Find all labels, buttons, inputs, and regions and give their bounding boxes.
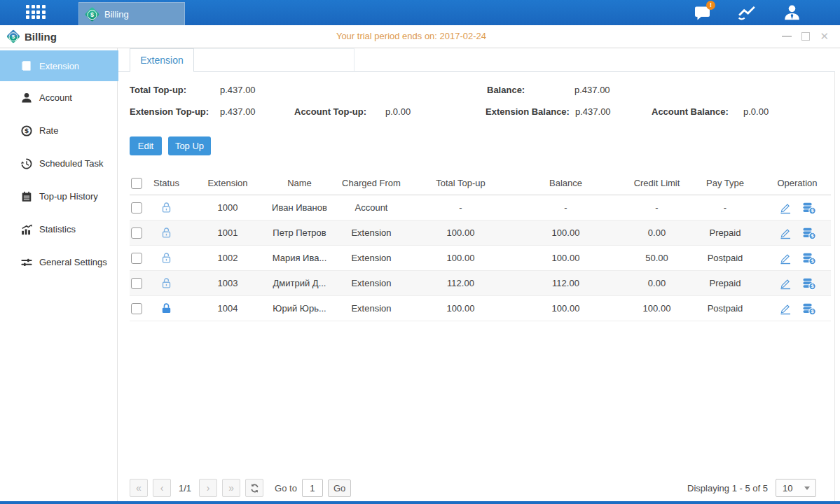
sidebar-item-label: Top-up History	[39, 191, 98, 202]
rate-icon: $	[20, 125, 33, 137]
sidebar-item-scheduled-task[interactable]: Scheduled Task	[0, 147, 117, 180]
page-size-select[interactable]: 10	[776, 479, 816, 497]
status-cell	[151, 302, 182, 315]
first-page-button[interactable]: «	[130, 479, 148, 497]
row-checkbox-cell	[130, 227, 151, 239]
edit-icon[interactable]	[778, 276, 792, 290]
sidebar-item-label: Scheduled Task	[39, 158, 104, 169]
row-checkbox[interactable]	[131, 202, 142, 214]
operation-cell: $	[764, 226, 831, 240]
pagination: « ‹ 1/1 › » Go to Go	[130, 479, 351, 497]
cell-charged_from: Extension	[326, 278, 417, 288]
top-up-button[interactable]: Top Up	[168, 136, 211, 155]
trial-notice: Your trial period ends on: 2017-02-24	[0, 25, 822, 48]
svg-text:$: $	[811, 233, 814, 239]
cell-balance: 100.00	[504, 253, 627, 263]
sidebar-item-rate[interactable]: $Rate	[0, 114, 117, 147]
cell-total_top_up: -	[417, 202, 504, 213]
cell-pay_type: Prepaid	[687, 278, 764, 288]
taskbar-tab-billing[interactable]: $ Billing	[78, 2, 185, 25]
cell-total_top_up: 112.00	[417, 278, 504, 288]
status-cell	[151, 201, 182, 214]
operation-cell: $	[764, 251, 831, 265]
taskbar-tab-label: Billing	[104, 9, 129, 20]
edit-icon[interactable]	[778, 251, 792, 265]
sidebar-item-account[interactable]: Account	[0, 81, 117, 114]
page-size-value: 10	[776, 483, 792, 493]
tab-bar: Extension	[118, 48, 835, 72]
cell-balance: 100.00	[504, 303, 627, 314]
last-page-button[interactable]: »	[222, 479, 240, 497]
row-checkbox[interactable]	[131, 227, 142, 239]
sidebar-item-general-settings[interactable]: General Settings	[0, 246, 117, 279]
go-button[interactable]: Go	[328, 479, 351, 497]
cell-credit_limit: 100.00	[627, 303, 687, 314]
statistics-icon	[20, 223, 33, 236]
cell-credit_limit: -	[627, 202, 687, 213]
topup-history-icon	[20, 190, 33, 203]
maximize-button[interactable]	[801, 31, 810, 42]
extension-topup-label: Extension Top-up:	[130, 106, 209, 117]
total-topup-label: Total Top-up:	[130, 85, 186, 95]
topup-icon[interactable]: $	[802, 302, 816, 316]
top-app-bar: $ Billing !	[0, 0, 840, 25]
tab-extension[interactable]: Extension	[130, 48, 194, 72]
cell-total_top_up: 100.00	[417, 253, 504, 263]
topup-icon[interactable]: $	[802, 276, 816, 290]
account-icon	[20, 92, 33, 104]
topup-icon[interactable]: $	[802, 226, 816, 240]
window-titlebar: Your trial period ends on: 2017-02-24 $ …	[0, 25, 840, 48]
cell-extension: 1004	[182, 303, 273, 314]
sidebar-item-label: Rate	[39, 125, 58, 136]
cell-total_top_up: 100.00	[417, 303, 504, 314]
column-header: Balance	[504, 178, 627, 188]
status-cell	[151, 226, 182, 239]
close-button[interactable]: ✕	[820, 31, 829, 42]
messages-button[interactable]: !	[690, 3, 714, 22]
cell-charged_from: Extension	[326, 227, 417, 238]
billing-app-icon: $	[85, 6, 99, 21]
cell-pay_type: Prepaid	[687, 227, 764, 238]
svg-text:$: $	[811, 284, 814, 289]
edit-button[interactable]: Edit	[130, 136, 162, 155]
user-menu-button[interactable]	[780, 3, 804, 22]
sidebar-item-top-up-history[interactable]: Top-up History	[0, 180, 117, 213]
column-header: Operation	[764, 178, 831, 188]
row-checkbox[interactable]	[131, 253, 142, 264]
lock-open-icon	[160, 201, 173, 214]
table-row: 1000Иван ИвановAccount----$	[130, 195, 831, 220]
sidebar-item-label: Extension	[39, 61, 79, 71]
select-all-checkbox[interactable]	[131, 178, 142, 189]
cell-pay_type: Postpaid	[687, 253, 764, 263]
minimize-button[interactable]	[782, 31, 792, 42]
row-checkbox[interactable]	[131, 303, 142, 314]
topup-icon[interactable]: $	[802, 251, 816, 265]
cell-name: Юрий Юрь...	[273, 303, 326, 314]
extension-topup-value: p.437.00	[220, 106, 256, 117]
sidebar-item-statistics[interactable]: Statistics	[0, 213, 117, 246]
cell-charged_from: Extension	[326, 303, 417, 314]
refresh-button[interactable]	[245, 479, 263, 497]
displaying-text: Displaying 1 - 5 of 5	[687, 483, 768, 493]
cell-pay_type: -	[687, 202, 764, 213]
billing-window-icon: $	[6, 29, 20, 43]
next-page-button[interactable]: ›	[199, 479, 217, 497]
edit-icon[interactable]	[778, 302, 792, 316]
lock-open-icon	[160, 276, 173, 290]
reports-button[interactable]	[735, 3, 759, 22]
svg-text:$: $	[25, 127, 29, 134]
cell-name: Мария Ива...	[273, 253, 326, 263]
topup-icon[interactable]: $	[802, 201, 816, 215]
cell-extension: 1001	[182, 227, 273, 238]
goto-page-input[interactable]	[302, 479, 323, 497]
sidebar-item-extension[interactable]: Extension	[0, 50, 118, 81]
edit-icon[interactable]	[778, 226, 792, 240]
row-checkbox[interactable]	[131, 278, 142, 289]
refresh-icon	[249, 483, 260, 493]
edit-icon[interactable]	[778, 201, 792, 215]
window-title: Billing	[25, 31, 57, 43]
prev-page-button[interactable]: ‹	[153, 479, 171, 497]
app-launcher-icon[interactable]	[26, 5, 46, 20]
column-header: Extension	[182, 178, 273, 188]
account-topup-value: p.0.00	[385, 106, 411, 117]
